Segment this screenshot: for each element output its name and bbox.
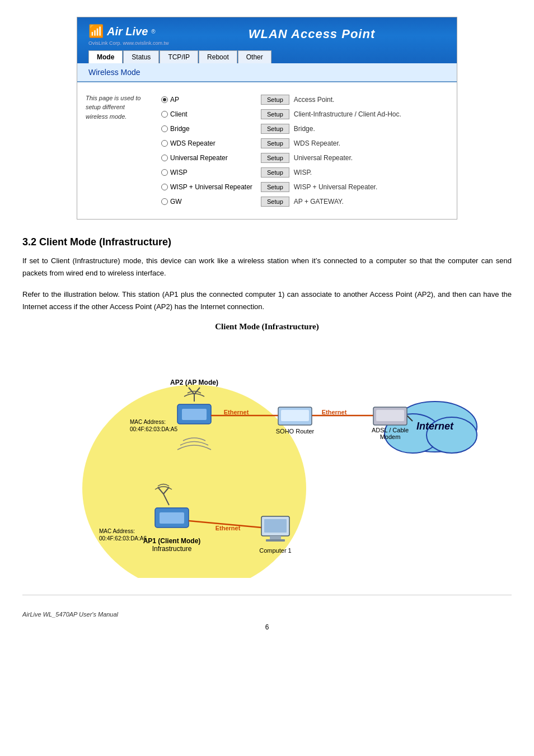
radio-gw-label: GW — [170, 198, 182, 206]
ap1-label: AP1 (Client Mode) — [143, 537, 201, 545]
radio-wds-label: WDS Repeater — [170, 139, 216, 147]
mode-row-universal: Universal Repeater Setup Universal Repea… — [161, 151, 451, 165]
mode-desc-wds: WDS Repeater. — [294, 139, 340, 147]
radio-ap-label: AP — [170, 96, 179, 104]
radio-bridge-label: Bridge — [170, 125, 190, 133]
radio-bridge[interactable]: Bridge — [161, 125, 256, 133]
mode-row-client: Client Setup Client-Infrastructure / Cli… — [161, 107, 451, 122]
ap2-label: AP2 (AP Mode) — [170, 379, 218, 386]
section-32: 3.2 Client Mode (Infrastructure) If set … — [22, 236, 512, 313]
mode-row-ap: AP Setup Access Point. — [161, 92, 451, 107]
tab-reboot[interactable]: Reboot — [199, 50, 237, 63]
mode-row-bridge: Bridge Setup Bridge. — [161, 122, 451, 136]
svg-rect-5 — [182, 409, 207, 420]
radio-wisp-label: WISP — [170, 169, 188, 176]
radio-wds-input[interactable] — [161, 140, 168, 147]
radio-universal[interactable]: Universal Repeater — [161, 154, 256, 162]
setup-btn-gw[interactable]: Setup — [261, 197, 289, 207]
mode-desc-wisp: WISP. — [294, 169, 312, 176]
radio-wds[interactable]: WDS Repeater — [161, 139, 256, 147]
diagram-section: Client Mode (Infrastructure) Internet AP… — [22, 322, 512, 578]
radio-wisp[interactable]: WISP — [161, 169, 256, 176]
radio-client-input[interactable] — [161, 111, 168, 118]
setup-btn-client[interactable]: Setup — [261, 109, 289, 119]
section-para2: Refer to the illustration below. This st… — [22, 288, 512, 313]
diagram-svg: Internet AP2 (AP Mode) MAC Address: 00:4… — [43, 343, 491, 578]
mode-desc-gw: AP + GATEWAY. — [294, 198, 344, 206]
mode-row-wds: WDS Repeater Setup WDS Repeater. — [161, 136, 451, 151]
setup-btn-bridge[interactable]: Setup — [261, 124, 289, 134]
radio-universal-input[interactable] — [161, 155, 168, 161]
radio-gw-input[interactable] — [161, 198, 168, 205]
radio-wisp-universal[interactable]: WISP + Universal Repeater — [161, 183, 256, 191]
tab-status[interactable]: Status — [123, 50, 159, 63]
ap1-label2: Infrastructure — [152, 545, 192, 553]
tab-mode[interactable]: Mode — [88, 50, 123, 63]
radio-client[interactable]: Client — [161, 110, 256, 118]
section-para1: If set to Client (Infrastructure) mode, … — [22, 255, 512, 279]
mac-ap2-value: 00:4F:62:03:DA:A5 — [130, 426, 177, 432]
footer-manual: AirLive WL_5470AP User's Manual — [22, 611, 512, 618]
radio-ap[interactable]: AP — [161, 96, 256, 104]
mode-table: AP Setup Access Point. Client Setup Clie… — [156, 88, 457, 213]
setup-btn-wisp-universal[interactable]: Setup — [261, 182, 289, 192]
ethernet1-label: Ethernet — [224, 409, 249, 416]
mode-desc-universal: Universal Repeater. — [294, 154, 353, 162]
mode-desc-wisp-universal: WISP + Universal Repeater. — [294, 183, 378, 191]
panel-body: Wireless Mode This page is used to setup… — [77, 63, 457, 219]
radio-ap-input[interactable] — [161, 96, 168, 103]
mode-desc-client: Client-Infrastructure / Client Ad-Hoc. — [294, 110, 401, 118]
adsl-label2: Modem — [380, 433, 401, 440]
tab-other[interactable]: Other — [238, 50, 271, 63]
radio-wisp-universal-input[interactable] — [161, 184, 168, 190]
setup-btn-universal[interactable]: Setup — [261, 153, 289, 163]
radio-gw[interactable]: GW — [161, 198, 256, 206]
sidebar-description: This page is used to setup different wir… — [77, 88, 156, 213]
adsl-label: ADSL / Cable — [372, 427, 409, 433]
svg-rect-15 — [376, 410, 404, 421]
page-number: 6 — [22, 623, 512, 631]
svg-rect-13 — [281, 410, 309, 421]
mac-ap2-label: MAC Address: — [130, 419, 166, 425]
svg-rect-24 — [270, 536, 281, 539]
ui-panel: 📶 Air Live ® OvisLink Corp. www.ovislink… — [77, 17, 457, 220]
computer1-label: Computer 1 — [259, 547, 291, 554]
panel-header: 📶 Air Live ® OvisLink Corp. www.ovislink… — [77, 17, 457, 63]
nav-tabs: Mode Status TCP/IP Reboot Other — [88, 50, 446, 63]
mode-desc-bridge: Bridge. — [294, 125, 315, 133]
mode-row-gw: GW Setup AP + GATEWAY. — [161, 194, 451, 209]
mode-row-wisp: WISP Setup WISP. — [161, 165, 451, 180]
setup-btn-ap[interactable]: Setup — [261, 95, 289, 105]
wifi-icon: 📶 — [88, 24, 104, 39]
setup-btn-wisp[interactable]: Setup — [261, 167, 289, 178]
panel-title: WLAN Access Point — [178, 27, 446, 41]
mac-ap1-value: 00:4F:62:03:DA:A6 — [99, 535, 147, 542]
mode-row-wisp-universal: WISP + Universal Repeater Setup WISP + U… — [161, 180, 451, 194]
svg-rect-23 — [264, 519, 287, 533]
radio-wisp-universal-label: WISP + Universal Repeater — [170, 183, 252, 191]
section-title: 3.2 Client Mode (Infrastructure) — [22, 236, 512, 248]
soho-router-label: SOHO Router — [276, 428, 315, 435]
diagram-container: Internet AP2 (AP Mode) MAC Address: 00:4… — [22, 343, 512, 578]
radio-client-label: Client — [170, 110, 188, 118]
tab-tcpip[interactable]: TCP/IP — [160, 50, 198, 63]
ethernet2-label: Ethernet — [322, 409, 347, 416]
diagram-title: Client Mode (Infrastructure) — [22, 322, 512, 332]
svg-rect-17 — [160, 512, 184, 524]
logo: 📶 Air Live ® — [88, 24, 178, 39]
logo-sub: OvisLink Corp. www.ovislink.com.tw — [88, 40, 178, 47]
logo-text: Air Live — [107, 25, 148, 38]
internet-label: Internet — [416, 421, 454, 432]
mac-ap1-label: MAC Address: — [99, 528, 135, 534]
svg-rect-25 — [266, 539, 285, 542]
setup-btn-wds[interactable]: Setup — [261, 138, 289, 148]
mode-desc-ap: Access Point. — [294, 96, 335, 104]
wireless-mode-header: Wireless Mode — [77, 63, 457, 82]
radio-wisp-input[interactable] — [161, 169, 168, 176]
radio-universal-label: Universal Repeater — [170, 154, 228, 162]
radio-bridge-input[interactable] — [161, 125, 168, 132]
